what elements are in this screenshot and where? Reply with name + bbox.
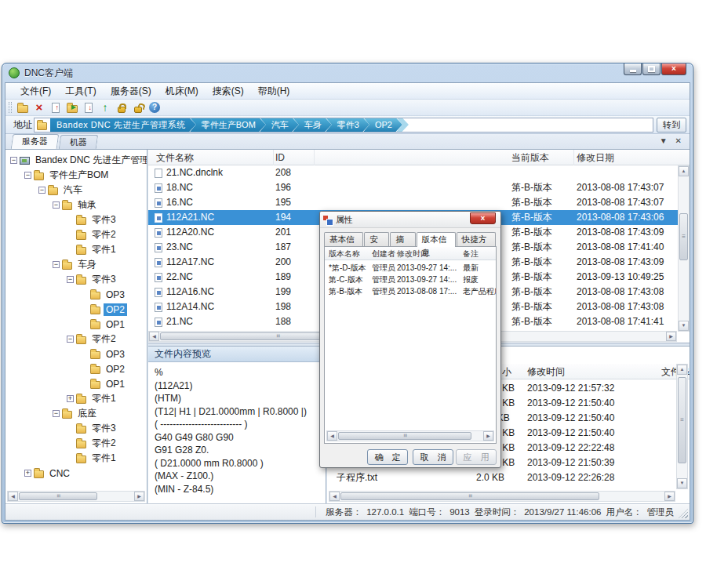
tree-item-OP3[interactable]: OP3: [5, 287, 147, 302]
tree-item-零件1[interactable]: +零件1: [5, 391, 147, 406]
help-icon[interactable]: ?: [147, 100, 162, 115]
tree-item-OP1[interactable]: OP1: [5, 376, 147, 391]
column-header-creator[interactable]: 创建者: [372, 247, 395, 260]
dialog-tab-摘要[interactable]: 摘要: [390, 232, 415, 246]
scroll-down-arrow[interactable]: ▼: [677, 478, 687, 488]
tree-item-零件2[interactable]: 零件2: [5, 227, 147, 242]
collapse-icon[interactable]: −: [53, 410, 60, 417]
column-header-file-name[interactable]: 文件名称: [155, 150, 274, 165]
column-header-size[interactable]: 小: [502, 364, 526, 379]
collapse-icon[interactable]: −: [67, 276, 74, 283]
scroll-right-arrow[interactable]: ▶: [666, 332, 676, 341]
scroll-thumb[interactable]: [340, 492, 599, 500]
column-header-id[interactable]: ID: [274, 150, 315, 165]
scroll-right-arrow[interactable]: ▶: [483, 431, 493, 441]
file-row-16.NC[interactable]: 16.NC195第-B-版本2013-08-08 17:43:07: [148, 195, 678, 210]
new-folder-icon[interactable]: [15, 100, 31, 115]
menu-item-5[interactable]: 搜索(S): [206, 83, 251, 100]
tree-item-OP2[interactable]: OP2: [5, 361, 147, 376]
expand-icon[interactable]: +: [24, 470, 31, 477]
file-list-vertical-scrollbar[interactable]: ▲ ▼: [678, 165, 690, 332]
column-header-modified-time[interactable]: 修改时间: [527, 364, 653, 379]
tree-item-OP3[interactable]: OP3: [5, 347, 147, 361]
version-row-第-B-版本[interactable]: 第-B-版本管理员2013-08-08 17:...老产品程序: [325, 285, 496, 297]
attachments-vertical-scrollbar[interactable]: ▲ ▼: [676, 364, 688, 489]
address-field[interactable]: Bandex DNC 先进生产管理系统零件生产BOM汽车车身零件3OP2: [34, 118, 653, 132]
scroll-left-arrow[interactable]: ◀: [329, 492, 340, 501]
unlock-icon[interactable]: [130, 100, 146, 115]
column-header-remark[interactable]: 备注: [463, 247, 497, 260]
send-receive-folder-icon[interactable]: ▶: [64, 100, 80, 115]
breadcrumb-segment-2[interactable]: 零件生产BOM: [190, 118, 266, 132]
cancel-button[interactable]: 取 消: [413, 449, 453, 465]
close-panel-icon[interactable]: ✕: [675, 136, 682, 145]
resize-grip[interactable]: [679, 509, 688, 518]
title-bar[interactable]: DNC客户端 ×: [2, 64, 693, 82]
collapse-icon[interactable]: −: [10, 157, 17, 164]
file-row-21.NC.dnclnk[interactable]: 21.NC.dnclnk208: [148, 165, 678, 180]
scroll-up-arrow[interactable]: ▲: [679, 166, 689, 176]
tab-服务器[interactable]: 服务器: [11, 134, 60, 149]
menu-item-1[interactable]: 文件(F): [13, 83, 58, 100]
collapse-icon[interactable]: −: [38, 187, 45, 194]
minimize-button[interactable]: [624, 64, 642, 75]
checkin-file-icon[interactable]: ↑: [48, 100, 64, 115]
scroll-right-arrow[interactable]: ▶: [134, 492, 144, 501]
scroll-thumb[interactable]: [679, 213, 688, 260]
version-row-第-C-版本[interactable]: 第-C-版本管理员2013-09-27 14:...报废: [325, 274, 496, 285]
tree-item-零件2[interactable]: −零件2: [5, 332, 147, 347]
tree-item-车身[interactable]: −车身: [5, 257, 147, 272]
scroll-left-arrow[interactable]: ◀: [327, 431, 337, 441]
menu-item-3[interactable]: 服务器(S): [104, 83, 158, 100]
tree-item-零件3[interactable]: −零件3: [5, 272, 147, 287]
dialog-close-button[interactable]: ×: [470, 212, 496, 224]
collapse-icon[interactable]: −: [53, 261, 60, 268]
version-row-*第-D-版本[interactable]: *第-D-版本管理员2013-09-27 14:...最新: [325, 262, 496, 274]
tree-item-CNC[interactable]: +CNC: [5, 466, 147, 481]
tree-item-零件1[interactable]: 零件1: [5, 451, 147, 466]
scroll-thumb[interactable]: [19, 492, 97, 500]
tree-item-Bandex DNC 先进生产管理系统[interactable]: −Bandex DNC 先进生产管理系统: [5, 153, 147, 168]
dialog-title-bar[interactable]: 属性 ×: [320, 212, 500, 228]
scroll-left-arrow[interactable]: ◀: [8, 492, 18, 501]
expand-icon[interactable]: +: [67, 395, 74, 402]
file-row-18.NC[interactable]: 18.NC196第-B-版本2013-08-08 17:43:07: [148, 180, 678, 195]
menu-item-6[interactable]: 帮助(H): [251, 83, 297, 100]
close-button[interactable]: ×: [661, 64, 686, 75]
collapse-icon[interactable]: −: [53, 201, 60, 209]
attachment-row-子程序.txt[interactable]: 子程序.txt2.0 KB2013-09-12 22:26:28: [327, 470, 677, 485]
breadcrumb-segment-5[interactable]: 零件3: [326, 118, 369, 132]
dialog-tab-安全[interactable]: 安全: [364, 232, 389, 246]
collapse-icon[interactable]: −: [24, 172, 31, 179]
scroll-down-arrow[interactable]: ▼: [679, 321, 689, 331]
go-button[interactable]: 转到: [657, 118, 686, 132]
tree-item-零件2[interactable]: 零件2: [5, 436, 147, 451]
column-header-modified-date[interactable]: 修改日期: [575, 150, 690, 165]
menu-item-2[interactable]: 工具(T): [58, 83, 103, 100]
tab-机器[interactable]: 机器: [59, 135, 99, 149]
tree-item-底座[interactable]: −底座: [5, 406, 147, 421]
delete-icon[interactable]: ×: [31, 100, 47, 115]
upload-icon[interactable]: ↑: [97, 100, 113, 115]
dialog-horizontal-scrollbar[interactable]: ◀ ▶: [326, 430, 494, 441]
collapse-icon[interactable]: −: [67, 336, 74, 343]
ok-button[interactable]: 确 定: [367, 449, 408, 465]
scroll-right-arrow[interactable]: ▶: [664, 492, 675, 501]
breadcrumb-segment-1[interactable]: Bandex DNC 先进生产管理系统: [50, 118, 196, 132]
tree-item-零件3[interactable]: 零件3: [5, 421, 147, 436]
checkout-file-icon[interactable]: ↓: [81, 100, 96, 115]
tree-item-OP2[interactable]: OP2: [5, 302, 147, 317]
dialog-tab-基本信息[interactable]: 基本信息: [324, 232, 363, 246]
tree-item-零件1[interactable]: 零件1: [5, 242, 147, 257]
tree-item-轴承[interactable]: −轴承: [5, 198, 147, 212]
scroll-thumb[interactable]: [678, 377, 686, 463]
tree-item-零件生产BOM[interactable]: −零件生产BOM: [5, 168, 147, 183]
menu-item-4[interactable]: 机床(M): [158, 83, 206, 100]
tree-horizontal-scrollbar[interactable]: ◀ ▶: [7, 491, 145, 502]
chevron-down-icon[interactable]: ▼: [660, 136, 668, 145]
dialog-tab-版本信息[interactable]: 版本信息: [417, 232, 456, 247]
scroll-up-arrow[interactable]: ▲: [677, 365, 687, 375]
tree-item-零件3[interactable]: 零件3: [5, 212, 147, 227]
tree-item-汽车[interactable]: −汽车: [5, 183, 147, 198]
maximize-button[interactable]: [642, 64, 661, 75]
